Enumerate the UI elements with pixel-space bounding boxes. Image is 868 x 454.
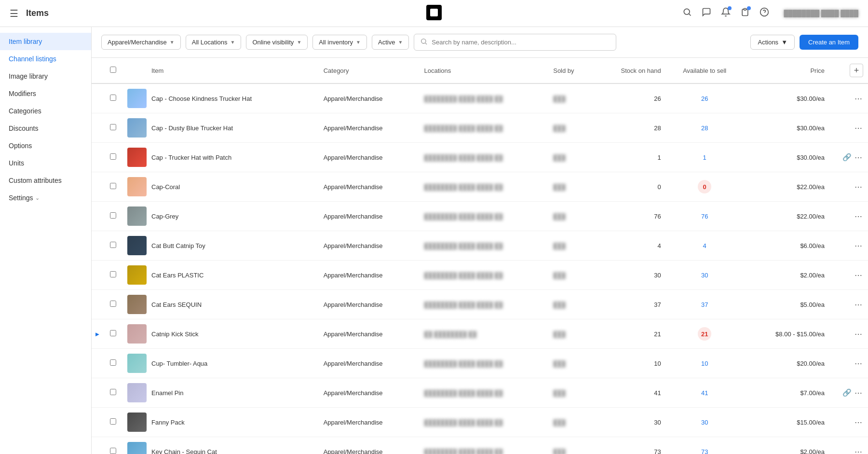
link-icon[interactable]: 🔗 [842, 388, 852, 397]
row-checkbox-cell[interactable] [103, 202, 122, 231]
add-column-button[interactable]: + [850, 64, 863, 77]
item-name[interactable]: Cat Butt Catnip Toy [151, 242, 205, 249]
row-checkbox[interactable] [110, 95, 116, 101]
row-checkbox[interactable] [110, 212, 116, 219]
sidebar-item-channel-listings[interactable]: Channel listings [0, 50, 91, 68]
available-value[interactable]: 10 [701, 360, 708, 367]
row-checkbox-cell[interactable] [103, 261, 122, 290]
available-value[interactable]: 1 [703, 154, 706, 161]
visibility-filter[interactable]: Online visibility ▼ [246, 35, 308, 50]
row-checkbox[interactable] [110, 330, 116, 336]
more-options-icon[interactable]: ⋯ [854, 388, 863, 398]
row-checkbox-cell[interactable] [103, 408, 122, 437]
more-options-icon[interactable]: ⋯ [854, 124, 863, 133]
more-options-icon[interactable]: ⋯ [854, 94, 863, 103]
location-filter[interactable]: All Locations ▼ [186, 35, 242, 50]
row-checkbox[interactable] [110, 448, 116, 454]
available-value[interactable]: 37 [701, 301, 708, 308]
expand-cell[interactable]: ► [92, 319, 103, 349]
help-icon[interactable] [760, 7, 769, 19]
sidebar-item-discounts[interactable]: Discounts [0, 120, 91, 137]
sidebar-item-item-library[interactable]: Item library [0, 33, 91, 50]
row-checkbox-cell[interactable] [103, 172, 122, 202]
item-name[interactable]: Cap-Coral [151, 183, 180, 191]
available-value[interactable]: 21 [698, 327, 711, 341]
item-name[interactable]: Fanny Pack [151, 419, 185, 426]
row-checkbox-cell[interactable] [103, 378, 122, 408]
item-name[interactable]: Cap - Trucker Hat with Patch [151, 154, 231, 161]
row-checkbox[interactable] [110, 301, 116, 307]
price-cell: $2.00/ea [744, 437, 829, 454]
link-icon[interactable]: 🔗 [842, 153, 852, 162]
expand-icon[interactable]: ► [95, 330, 101, 338]
row-checkbox[interactable] [110, 183, 116, 189]
sidebar-item-custom-attributes[interactable]: Custom attributes [0, 172, 91, 189]
sidebar-item-image-library[interactable]: Image library [0, 68, 91, 85]
price-cell: $8.00 - $15.00/ea [744, 319, 829, 349]
more-options-icon[interactable]: ⋯ [854, 359, 863, 368]
row-checkbox[interactable] [110, 124, 116, 130]
status-filter[interactable]: Active ▼ [372, 35, 409, 50]
row-checkbox-cell[interactable] [103, 319, 122, 349]
bell-icon[interactable] [721, 7, 731, 19]
sidebar-item-categories[interactable]: Categories [0, 102, 91, 120]
search-input[interactable] [432, 39, 610, 46]
row-checkbox[interactable] [110, 242, 116, 248]
sidebar-item-modifiers[interactable]: Modifiers [0, 85, 91, 102]
more-options-icon[interactable]: ⋯ [854, 330, 863, 339]
item-name[interactable]: Cat Ears PLASTIC [151, 272, 203, 279]
available-value[interactable]: 30 [701, 419, 708, 426]
more-options-icon[interactable]: ⋯ [854, 153, 863, 162]
available-value[interactable]: 28 [701, 124, 708, 132]
inventory-filter[interactable]: All inventory ▼ [312, 35, 367, 50]
more-options-icon[interactable]: ⋯ [854, 182, 863, 192]
sidebar-item-settings[interactable]: Settings ⌄ [0, 189, 91, 206]
item-name[interactable]: Key Chain - Sequin Cat [151, 448, 217, 454]
item-name[interactable]: Enamel Pin [151, 389, 183, 397]
select-all-checkbox[interactable] [110, 67, 116, 73]
sold-by-value: ███ [553, 125, 566, 132]
more-options-icon[interactable]: ⋯ [854, 271, 863, 280]
available-value[interactable]: 30 [701, 272, 708, 279]
item-name[interactable]: Cap - Dusty Blue Trucker Hat [151, 124, 233, 132]
available-value[interactable]: 26 [701, 95, 708, 102]
row-checkbox-cell[interactable] [103, 290, 122, 319]
available-value[interactable]: 76 [701, 213, 708, 220]
search-icon[interactable] [682, 7, 692, 19]
row-checkbox-cell[interactable] [103, 143, 122, 172]
create-item-button[interactable]: Create an Item [800, 35, 858, 50]
row-checkbox[interactable] [110, 359, 116, 366]
item-name[interactable]: Cap-Grey [151, 213, 178, 220]
item-name[interactable]: Catnip Kick Stick [151, 330, 199, 338]
chat-icon[interactable] [702, 7, 711, 19]
sidebar-item-units[interactable]: Units [0, 154, 91, 172]
row-checkbox-cell[interactable] [103, 113, 122, 143]
row-actions-cell: ⋯ [829, 319, 868, 349]
item-name[interactable]: Cup- Tumbler- Aqua [151, 360, 207, 367]
row-checkbox-cell[interactable] [103, 83, 122, 113]
category-filter[interactable]: Apparel/Merchandise ▼ [101, 35, 181, 50]
more-options-icon[interactable]: ⋯ [854, 212, 863, 221]
row-checkbox-cell[interactable] [103, 349, 122, 378]
row-checkbox[interactable] [110, 271, 116, 277]
row-checkbox-cell[interactable] [103, 231, 122, 261]
more-options-icon[interactable]: ⋯ [854, 447, 863, 454]
hamburger-icon[interactable]: ☰ [10, 8, 18, 19]
actions-button[interactable]: Actions ▼ [750, 35, 795, 50]
available-value[interactable]: 41 [701, 389, 708, 397]
sidebar-item-options[interactable]: Options [0, 137, 91, 154]
item-name[interactable]: Cap - Choose Kindness Trucker Hat [151, 95, 252, 102]
more-options-icon[interactable]: ⋯ [854, 418, 863, 427]
clipboard-icon[interactable] [740, 7, 750, 19]
row-checkbox[interactable] [110, 418, 116, 425]
item-name[interactable]: Cat Ears SEQUIN [151, 301, 202, 308]
more-options-icon[interactable]: ⋯ [854, 241, 863, 250]
search-box[interactable] [414, 34, 616, 51]
row-checkbox[interactable] [110, 153, 116, 160]
row-checkbox[interactable] [110, 389, 116, 395]
available-value[interactable]: 0 [698, 180, 711, 193]
available-value[interactable]: 73 [701, 448, 708, 454]
more-options-icon[interactable]: ⋯ [854, 300, 863, 309]
row-checkbox-cell[interactable] [103, 437, 122, 454]
available-value[interactable]: 4 [703, 242, 706, 249]
